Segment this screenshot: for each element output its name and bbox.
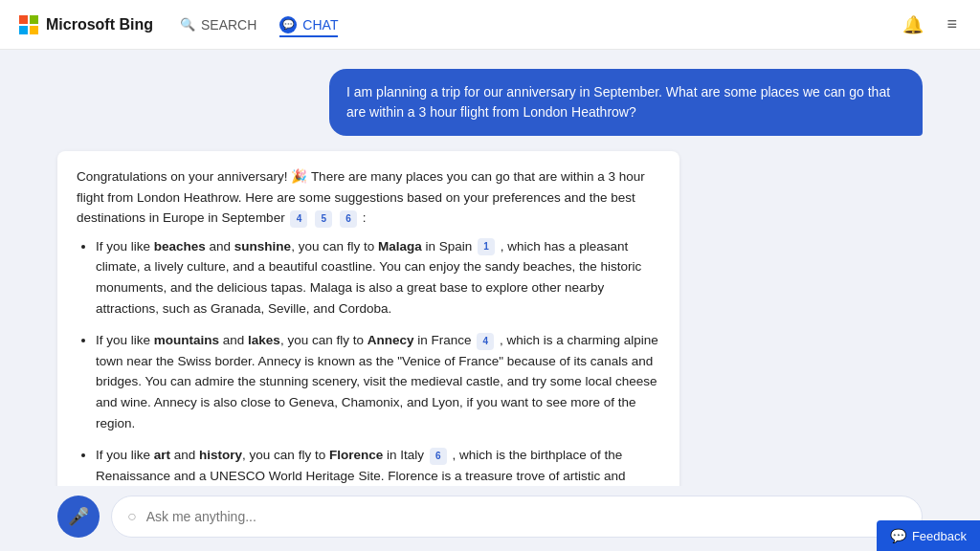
nav-search-label: SEARCH	[201, 17, 256, 33]
search-input-wrap: ○	[111, 496, 923, 538]
bullet-malaga: If you like beaches and sunshine, you ca…	[96, 236, 660, 319]
chat-area: I am planning a trip for our anniversary…	[0, 50, 980, 551]
feedback-icon: 💬	[890, 528, 906, 543]
ref-badge-1[interactable]: 1	[478, 238, 495, 255]
ai-bullets-list: If you like beaches and sunshine, you ca…	[77, 236, 660, 486]
ai-intro-colon: :	[363, 210, 367, 225]
mic-button[interactable]: 🎤	[57, 496, 100, 538]
logo-quadrant-yellow	[30, 26, 38, 34]
ref-badge-6b[interactable]: 6	[430, 448, 447, 465]
nav-chat-label: CHAT	[302, 17, 338, 33]
search-nav-icon: 🔍	[180, 17, 195, 32]
ref-badge-6[interactable]: 6	[340, 210, 357, 228]
bullet-florence: If you like art and history, you can fly…	[96, 445, 660, 486]
mic-icon: 🎤	[68, 506, 89, 527]
notification-button[interactable]: 🔔	[899, 11, 927, 39]
logo-quadrant-blue	[19, 26, 28, 34]
ai-intro-text: Congratulations on your anniversary! 🎉 T…	[77, 169, 645, 225]
chat-nav-icon: 💬	[279, 16, 297, 33]
search-input[interactable]	[146, 509, 906, 524]
nav-search[interactable]: 🔍 SEARCH	[180, 13, 256, 36]
logo-quadrant-red	[19, 15, 28, 24]
menu-button[interactable]: ≡	[943, 11, 961, 38]
ref-badge-4b[interactable]: 4	[477, 333, 494, 350]
messages-list: I am planning a trip for our anniversary…	[0, 50, 980, 486]
bullet-annecy: If you like mountains and lakes, you can…	[96, 330, 660, 433]
logo-quadrant-green	[30, 15, 38, 24]
feedback-label: Feedback	[912, 529, 967, 543]
main-area: I am planning a trip for our anniversary…	[0, 50, 980, 551]
header: Microsoft Bing 🔍 SEARCH 💬 CHAT 🔔 ≡	[0, 0, 980, 50]
ref-badge-5[interactable]: 5	[315, 210, 332, 228]
header-actions: 🔔 ≡	[899, 11, 961, 39]
feedback-button[interactable]: 💬 Feedback	[877, 520, 980, 551]
user-message-text: I am planning a trip for our anniversary…	[346, 84, 890, 120]
header-nav: 🔍 SEARCH 💬 CHAT	[180, 12, 338, 37]
brand-name: Microsoft Bing	[46, 16, 153, 33]
nav-chat[interactable]: 💬 CHAT	[279, 12, 338, 37]
logo-area: Microsoft Bing	[19, 15, 153, 34]
input-area: 🎤 ○	[0, 486, 980, 551]
user-message: I am planning a trip for our anniversary…	[329, 69, 923, 136]
ai-intro: Congratulations on your anniversary! 🎉 T…	[77, 166, 660, 229]
microsoft-logo	[19, 15, 38, 34]
ref-badge-4[interactable]: 4	[290, 210, 307, 228]
search-input-icon: ○	[127, 508, 137, 525]
ai-response: Congratulations on your anniversary! 🎉 T…	[57, 151, 679, 486]
